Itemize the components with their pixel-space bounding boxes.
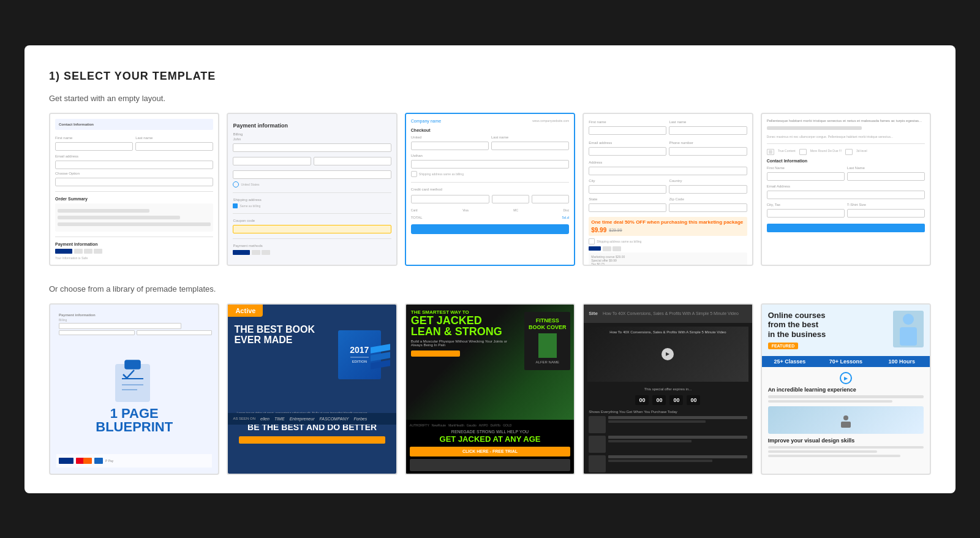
- fitness-cta-btn[interactable]: CLICK HERE - FREE TRIAL: [410, 447, 570, 457]
- courses-section-title: An incredible learning experience: [768, 387, 924, 393]
- main-panel: 1) SELECT YOUR TEMPLATE Get started with…: [24, 45, 956, 493]
- fitness-subtitle: Build a Muscular Physique Without Wrecki…: [411, 339, 519, 347]
- video-products: Shows Everything You Get When You Purcha…: [584, 407, 752, 475]
- courses-stats-bar: 25+ Classes 70+ Lessons 100 Hours: [762, 356, 930, 367]
- template-card-contact[interactable]: Contact Information First name Last name…: [49, 113, 219, 266]
- video-thumbnail[interactable]: How To 40X Conversions, Sales & Profits …: [587, 327, 748, 382]
- countdown-timer: 00 00 00 00: [584, 393, 752, 407]
- courses-body: ▶ An incredible learning experience: [762, 367, 930, 473]
- empty-templates-row: Contact Information First name Last name…: [49, 113, 931, 266]
- fitness-main-title: GET JACKEDLEAN & STRONG: [411, 315, 519, 337]
- template-card-checkout[interactable]: Company name www.companywebsite.com Chec…: [405, 113, 575, 266]
- video-header: Site How To 40X Conversions, Sales & Pro…: [584, 305, 752, 323]
- courses-second-section: Improve your visual design skills: [768, 438, 924, 444]
- premade-card-video[interactable]: Site How To 40X Conversions, Sales & Pro…: [582, 303, 753, 475]
- premade-card-courses[interactable]: Online coursesfrom the bestin the busine…: [761, 303, 931, 475]
- svg-rect-8: [841, 422, 851, 428]
- template-card-upsell[interactable]: First name Last name Email address Phone…: [582, 113, 753, 266]
- book-cta-btn[interactable]: [239, 436, 385, 444]
- template-card-contact2[interactable]: Pellentesque habitant morbi tristique se…: [761, 113, 931, 266]
- template-card-billing[interactable]: Payment information Billing John United …: [227, 113, 397, 266]
- premade-card-book[interactable]: Active THE BEST BOOKEVER MADE 2017 EDITI…: [227, 303, 397, 475]
- video-site-name: Site: [589, 311, 598, 316]
- premade-card-fitness[interactable]: THE SMARTEST WAY TO GET JACKEDLEAN & STR…: [405, 303, 575, 475]
- svg-rect-0: [116, 365, 149, 401]
- svg-point-5: [903, 314, 914, 325]
- fitness-logos-row: AUTHORIFTY NewRoute MarkHealth Gaudio AV…: [410, 423, 570, 427]
- courses-header: Online coursesfrom the bestin the busine…: [762, 305, 930, 357]
- courses-person-image: [893, 311, 924, 347]
- seen-on-bar: AS SEEN ON ellen TIME Entrepreneur FASCO…: [228, 413, 396, 425]
- empty-layout-subtitle: Get started with an empty layout.: [49, 94, 931, 103]
- fitness-btn[interactable]: [411, 350, 460, 357]
- product-row: [589, 436, 747, 453]
- page-title: 1) SELECT YOUR TEMPLATE: [49, 70, 931, 83]
- fitness-renegade-text: RENEGADE STRONG WILL HELP YOU: [410, 430, 570, 434]
- svg-point-7: [843, 415, 848, 420]
- fitness-author: ALFER NAME: [536, 360, 559, 364]
- blueprint-title: 1 PAGEBLUEPRINT: [96, 407, 173, 434]
- fitness-cta: GET JACKED AT ANY AGE: [410, 435, 570, 444]
- courses-preview-image: [768, 406, 924, 434]
- svg-rect-6: [900, 327, 917, 346]
- courses-title: Online coursesfrom the bestin the busine…: [768, 311, 887, 339]
- premade-subtitle: Or choose from a library of premade temp…: [49, 284, 931, 294]
- timer-label: This special offer expires in...: [584, 385, 752, 393]
- blueprint-payment-label: Payment information: [59, 313, 212, 317]
- fitness-book-title: FITNESSBOOK COVER: [529, 317, 567, 331]
- svg-rect-1: [125, 360, 140, 369]
- courses-badge: FEATURED: [768, 343, 799, 349]
- product-row: [589, 455, 747, 472]
- product-row: [589, 416, 747, 433]
- premade-templates-row: Payment information Billing: [49, 303, 931, 475]
- play-button[interactable]: ▶: [662, 348, 674, 360]
- premade-card-blueprint[interactable]: Payment information Billing: [49, 303, 219, 475]
